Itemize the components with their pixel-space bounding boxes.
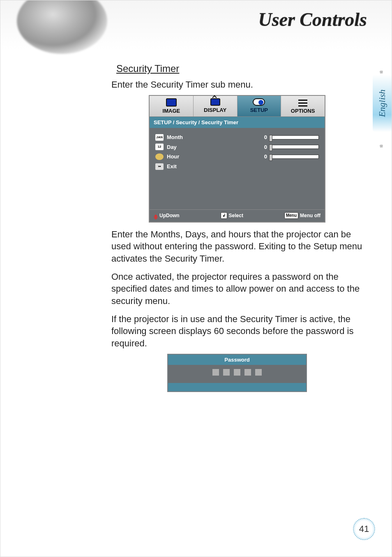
item-label: Day [167, 144, 204, 151]
slider[interactable] [270, 155, 319, 159]
password-dot [244, 369, 251, 376]
osd-tab-options[interactable]: OPTIONS [281, 96, 325, 116]
osd-item-day[interactable]: 12 Day 0 [155, 144, 319, 151]
item-label: Hour [167, 153, 204, 160]
osd-item-exit[interactable]: ↦ Exit [155, 163, 319, 170]
password-dot [255, 369, 262, 376]
lens-graphic [17, 0, 107, 54]
tv-icon [210, 98, 220, 106]
item-label: Month [167, 134, 204, 141]
password-dot [223, 369, 230, 376]
hint-label: Menu off [300, 212, 321, 219]
menu-key-icon: Menu [284, 212, 298, 219]
password-screenshot: Password [167, 354, 307, 392]
content-area: Security Timer Enter the Security Timer … [0, 50, 392, 404]
hint-label: UpDown [159, 212, 180, 219]
item-value: 0 [259, 153, 267, 160]
paragraph-3: If the projector is in use and the Secur… [111, 313, 363, 350]
paragraph-1: Enter the Months, Days, and hours that t… [111, 228, 363, 265]
setup-icon [253, 98, 265, 106]
osd-footer: UpDown ↲ Select Menu Menu off [150, 209, 325, 221]
language-tab: English [373, 74, 392, 132]
password-dot [212, 369, 219, 376]
side-dots-decor-2 [375, 136, 387, 156]
enter-key-icon: ↲ [221, 212, 227, 219]
hint-select: ↲ Select [221, 212, 243, 219]
tab-label: DISPLAY [204, 107, 226, 113]
calendar-month-icon: JAN [155, 134, 164, 141]
hint-updown: UpDown [154, 212, 180, 219]
osd-tab-image[interactable]: IMAGE [150, 96, 194, 116]
slider[interactable] [270, 145, 319, 149]
page-number: 41 [359, 524, 369, 534]
tab-label: IMAGE [163, 108, 180, 114]
tab-label: OPTIONS [291, 108, 315, 114]
osd-item-hour[interactable]: Hour 0 [155, 153, 319, 160]
intro-text: Enter the Security Timer sub menu. [111, 79, 363, 91]
tab-label: SETUP [250, 107, 268, 113]
osd-tab-display[interactable]: DISPLAY [194, 96, 238, 116]
item-value: 0 [259, 134, 267, 141]
updown-arrow-icon [154, 214, 158, 217]
options-icon [298, 98, 307, 107]
hint-label: Select [229, 212, 243, 219]
paragraph-2: Once activated, the projector requires a… [111, 271, 363, 307]
osd-body: JAN Month 0 12 Day 0 Hour 0 ↦ Exit [150, 128, 325, 209]
item-value: 0 [259, 144, 267, 151]
osd-tab-bar: IMAGE DISPLAY SETUP OPTIONS [150, 96, 325, 117]
hint-menuoff: Menu Menu off [284, 212, 321, 219]
password-dot [234, 369, 240, 376]
exit-icon: ↦ [155, 163, 164, 170]
page-title: User Controls [258, 9, 367, 30]
page-number-badge: 41 [353, 518, 375, 540]
password-title: Password [168, 355, 306, 365]
calendar-day-icon: 12 [155, 144, 164, 150]
password-dots [168, 365, 306, 383]
slider[interactable] [270, 135, 319, 139]
osd-breadcrumb: SETUP / Security / Security Timer [150, 117, 325, 128]
osd-tab-setup[interactable]: SETUP [238, 96, 281, 116]
language-label: English [377, 89, 387, 117]
password-footer-bar [168, 383, 306, 391]
section-heading: Security Timer [116, 62, 363, 75]
monitor-icon [166, 98, 177, 107]
clock-icon [155, 153, 164, 160]
page-header: User Controls [0, 0, 392, 50]
item-label: Exit [167, 163, 204, 170]
osd-item-month[interactable]: JAN Month 0 [155, 134, 319, 141]
osd-menu-screenshot: IMAGE DISPLAY SETUP OPTIONS SETUP / Secu… [149, 95, 325, 222]
